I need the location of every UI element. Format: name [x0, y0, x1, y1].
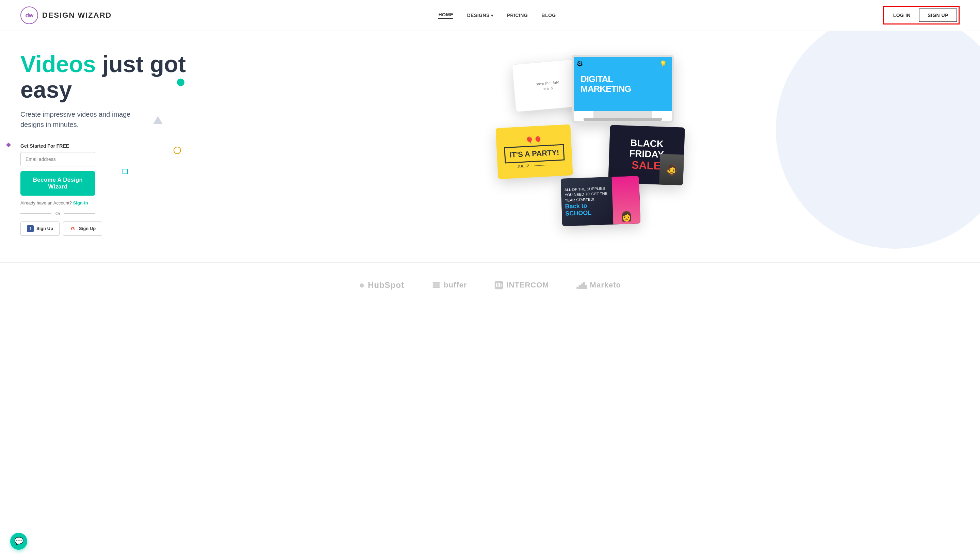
back-school-body: ALL OF THE SUPPLIES YOU NEED TO GET THE … [565, 186, 610, 203]
designs-dropdown-icon [491, 13, 493, 18]
marketo-icon [577, 282, 587, 289]
brands-section: ● HubSpot buffer INTERCOM Marketo [0, 262, 980, 308]
signin-link[interactable]: Sign-In [73, 200, 88, 205]
become-wizard-button[interactable]: Become A Design Wizard [20, 171, 95, 196]
nav-item-pricing[interactable]: PRICING [507, 13, 528, 18]
main-nav: HOME DESIGNS PRICING BLOG [438, 12, 556, 19]
google-icon: G [69, 225, 76, 232]
svg-rect-4 [496, 283, 497, 287]
hero-section: Videos just got easy Create impressive v… [0, 31, 980, 262]
facebook-signup-button[interactable]: f Sign Up [20, 222, 60, 236]
svg-rect-8 [577, 287, 578, 289]
or-divider: Or [20, 211, 95, 216]
hero-right: save the date ✿ ✿ ✿ ⚙ DIGITAL MARKETING … [197, 31, 980, 262]
signup-button[interactable]: SIGN UP [919, 8, 957, 22]
buffer-logo: buffer [432, 280, 467, 290]
or-line-right [64, 213, 95, 214]
digital-marketing-card: ⚙ DIGITAL MARKETING 💡 [572, 55, 674, 123]
google-signup-button[interactable]: G Sign Up [63, 222, 102, 236]
gear-icon: ⚙ [577, 60, 583, 68]
save-date-text: save the date [536, 79, 559, 87]
svg-rect-0 [432, 287, 440, 288]
facebook-icon: f [27, 225, 34, 232]
school-person-icon: 👩 [621, 211, 633, 222]
intercom-logo: INTERCOM [494, 280, 549, 290]
logo[interactable]: dw DESIGN WIZARD [20, 7, 112, 24]
party-balloons: 🎈🎈 [503, 134, 564, 146]
email-input[interactable] [20, 152, 95, 167]
logo-circle: dw [20, 7, 38, 24]
svg-rect-11 [583, 282, 585, 289]
or-line-left [20, 213, 52, 214]
or-text: Or [55, 211, 60, 216]
party-text: IT'S A PARTY! [504, 144, 565, 163]
svg-rect-12 [585, 285, 587, 289]
hero-subheadline: Create impressive videos and image desig… [20, 109, 143, 130]
social-signup-buttons: f Sign Up G Sign Up [20, 222, 197, 236]
svg-rect-1 [432, 284, 440, 285]
bf-person: 🧔 [659, 154, 684, 185]
nav-item-blog[interactable]: BLOG [542, 13, 556, 18]
get-started-label: Get Started For FREE [20, 143, 197, 149]
svg-rect-3 [495, 281, 503, 290]
login-button[interactable]: LOG IN [885, 9, 919, 22]
bf-sale: SALE [632, 159, 661, 172]
header: dw DESIGN WIZARD HOME DESIGNS PRICING BL… [0, 0, 980, 31]
svg-rect-7 [501, 284, 502, 287]
design-cards-container: save the date ✿ ✿ ✿ ⚙ DIGITAL MARKETING … [483, 48, 694, 245]
nav-item-home[interactable]: HOME [438, 12, 453, 19]
back-to-school-card: ALL OF THE SUPPLIES YOU NEED TO GET THE … [561, 176, 641, 226]
svg-rect-5 [498, 282, 499, 287]
back-school-title: Back to SCHOOL [565, 202, 610, 217]
cta-section: Get Started For FREE Become A Design Wiz… [20, 143, 197, 236]
logo-text: DESIGN WIZARD [42, 11, 112, 20]
buffer-icon [432, 280, 441, 290]
marketo-logo: Marketo [577, 281, 621, 290]
hero-bg-circle [776, 31, 980, 249]
intercom-icon [494, 280, 503, 290]
svg-rect-10 [580, 283, 583, 289]
digital-marketing-text: DIGITAL MARKETING [580, 74, 665, 93]
already-account-text: Already have an Account? Sign-In [20, 200, 197, 205]
nav-item-designs[interactable]: DESIGNS [467, 13, 493, 18]
party-card: 🎈🎈 IT'S A PARTY! JUL 12 —————— [495, 124, 573, 179]
headline-videos: Videos [20, 51, 96, 77]
auth-actions: LOG IN SIGN UP [883, 6, 960, 25]
svg-rect-9 [578, 285, 580, 289]
svg-rect-2 [432, 282, 440, 283]
hero-left: Videos just got easy Create impressive v… [0, 31, 197, 262]
lightbulb-icon: 💡 [660, 60, 667, 68]
svg-rect-6 [499, 283, 500, 287]
hero-headline: Videos just got easy [20, 52, 197, 102]
hubspot-logo: ● HubSpot [359, 280, 404, 290]
